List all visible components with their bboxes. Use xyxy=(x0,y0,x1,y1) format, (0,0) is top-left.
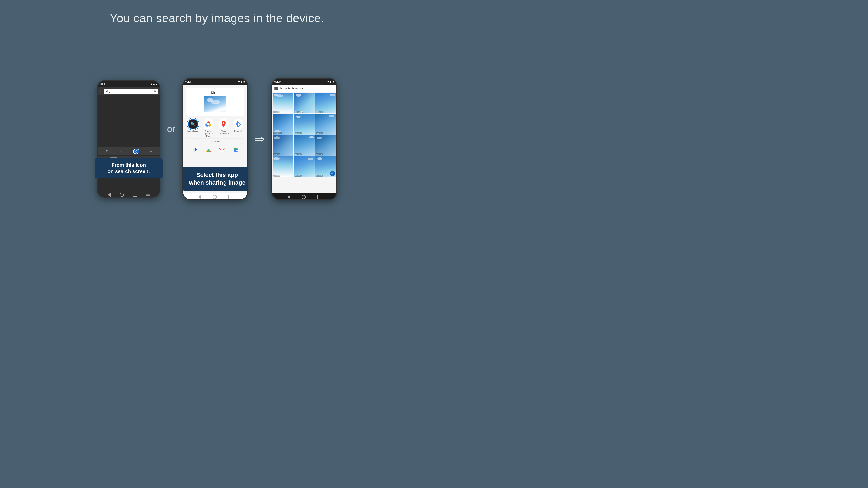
phone1-keyboard-nav[interactable]: ⌨ xyxy=(146,193,150,196)
result-search-btn-12[interactable]: 🔍 xyxy=(330,171,335,176)
phone1-search-bar[interactable]: sky ✕ xyxy=(104,89,158,94)
connector-or: or xyxy=(167,124,176,136)
phone2-apps-row2 xyxy=(184,144,246,156)
phone2-wrapper: 00:00 ▼▲ ■ Share xyxy=(182,78,248,200)
phone2-share-dialog: Share xyxy=(186,88,244,116)
share-app-bluetooth[interactable]: Bluetooth xyxy=(233,119,243,137)
phone3-status-icons: ▼▲ ■ xyxy=(327,80,334,83)
imagesearch-label: ImageSearch xyxy=(187,130,199,132)
result-size-10: 800x534 xyxy=(273,175,280,177)
maps-icon xyxy=(218,119,229,129)
arrow-right-icon: ⇒ xyxy=(255,132,265,146)
phone1-bottom-bar: ⌨ xyxy=(98,191,160,198)
result-item-9[interactable]: 322x200 xyxy=(315,135,336,156)
result-item-7[interactable]: 600x600 xyxy=(273,135,293,156)
phone3-results-header: beautiful blue sky xyxy=(272,85,336,92)
phone2-recent-nav[interactable] xyxy=(228,195,232,199)
bluetooth-label: Bluetooth xyxy=(234,130,242,132)
result-item-6[interactable]: 910x607 xyxy=(315,114,336,135)
phone1-content-area xyxy=(98,95,160,147)
connector-arrow: ⇒ xyxy=(255,132,265,146)
phone2-back-nav[interactable] xyxy=(198,195,202,199)
result-size-11: 450x300 xyxy=(294,175,302,177)
result-item-12[interactable]: 601x300 🔍 xyxy=(315,156,336,177)
phone2-status-icons: ▼▲ ■ xyxy=(238,80,245,83)
phone1-recent-nav[interactable] xyxy=(133,193,137,197)
keyboard-trend-btn[interactable]: 〰 xyxy=(118,149,124,154)
phone3-shell: 00:00 ▼▲ ■ beautiful blue sky xyxy=(272,78,337,200)
result-size-1: 612x408 xyxy=(273,111,280,113)
keyboard-image-search-btn[interactable]: ⬡ xyxy=(133,149,140,154)
phone1-status-icons: ▼▲ ■ xyxy=(150,83,157,86)
phone1-search-header: ← sky ✕ xyxy=(98,87,160,95)
phone2-bottom-bar xyxy=(183,193,247,200)
content-area: 00:00 ▼▲ ■ ← sky ✕ 🎤 〰 xyxy=(0,34,434,244)
result-item-2[interactable]: 2000x1217 xyxy=(294,93,315,113)
result-size-8: 322x200 xyxy=(294,153,302,156)
result-size-6: 910x607 xyxy=(316,132,323,134)
phone3-bottom-bar xyxy=(272,193,336,200)
phone3-back-nav[interactable] xyxy=(287,195,290,199)
phone1-wrapper: 00:00 ▼▲ ■ ← sky ✕ 🎤 〰 xyxy=(97,80,160,198)
result-item-10[interactable]: 800x534 xyxy=(273,156,293,177)
keyboard-mic-btn[interactable]: 🎤 xyxy=(103,149,110,154)
hamburger-icon[interactable] xyxy=(274,87,278,90)
phone2-share-title: Share xyxy=(188,90,242,96)
photos-icon xyxy=(203,119,213,129)
phone2-shell: 00:00 ▼▲ ■ Share xyxy=(182,78,248,200)
phone3-recent-nav[interactable] xyxy=(317,195,321,199)
app2-google[interactable] xyxy=(231,146,240,154)
phone2-share-apps-row: 🔍 ImageSearch xyxy=(184,118,246,138)
app2-drive[interactable] xyxy=(204,146,213,154)
keyboard-copy-btn[interactable]: ⧉ xyxy=(148,149,154,154)
phone3-results-title: beautiful blue sky xyxy=(280,87,303,90)
phone1-keyboard-toolbar: 🎤 〰 ⬡ ⧉ xyxy=(98,147,160,156)
photos-label: PhotosUpload to Ph... xyxy=(202,130,214,137)
phone1-clear-button[interactable]: ✕ xyxy=(154,90,156,93)
phone2-apps-list-label: Apps list xyxy=(186,138,244,144)
app2-bluetooth[interactable] xyxy=(191,146,199,154)
phone3-home-nav[interactable] xyxy=(302,195,306,199)
phone2-home-nav[interactable] xyxy=(213,195,217,199)
page-title: You can search by images in the device. xyxy=(110,11,324,25)
result-item-1[interactable]: 612x408 xyxy=(273,93,293,113)
phone2-tooltip-line1: Select this app xyxy=(196,171,238,178)
phone3-status-time: 00:00 xyxy=(274,80,281,83)
phone2-tooltip-line2: when sharing image xyxy=(189,179,246,186)
share-app-photos[interactable]: PhotosUpload to Ph... xyxy=(202,119,214,137)
back-arrow-icon[interactable]: ← xyxy=(99,89,103,93)
phone3-results-grid: 612x408 2000x1217 800x451 xyxy=(272,92,336,177)
result-size-2: 2000x1217 xyxy=(294,111,303,113)
app2-gmail[interactable] xyxy=(218,146,226,154)
phone1-shell: 00:00 ▼▲ ■ ← sky ✕ 🎤 〰 xyxy=(97,80,160,198)
phone2-image-preview xyxy=(204,96,226,112)
phone3-screen: beautiful blue sky 612x408 xyxy=(272,85,336,193)
phone1-home-nav[interactable] xyxy=(120,193,124,197)
phone1-back-nav[interactable] xyxy=(107,193,111,197)
result-size-3: 800x451 xyxy=(316,111,323,113)
imagesearch-icon: 🔍 xyxy=(188,119,198,129)
phone2-status-bar: 00:00 ▼▲ ■ xyxy=(183,78,247,85)
share-app-maps[interactable]: MapsAdd to Maps xyxy=(218,119,229,137)
result-size-5: 508x339 xyxy=(294,132,302,134)
result-item-3[interactable]: 800x451 xyxy=(315,93,336,113)
phone1-status-bar: 00:00 ▼▲ ■ xyxy=(98,81,160,87)
result-item-4[interactable]: 1500x1125 xyxy=(273,114,293,135)
phone3-status-bar: 00:00 ▼▲ ■ xyxy=(272,78,336,85)
phone1-status-time: 00:00 xyxy=(100,83,106,86)
phone2-status-time: 00:00 xyxy=(185,80,192,83)
maps-label: MapsAdd to Maps xyxy=(218,130,229,135)
svg-point-3 xyxy=(207,123,209,125)
phone1-search-text: sky xyxy=(106,90,110,93)
share-app-imagesearch[interactable]: 🔍 ImageSearch xyxy=(187,119,199,137)
result-item-11[interactable]: 450x300 xyxy=(294,156,315,177)
result-item-5[interactable]: 508x339 xyxy=(294,114,315,135)
svg-rect-5 xyxy=(237,121,238,127)
result-item-8[interactable]: 322x200 xyxy=(294,135,315,156)
phone1-tooltip-line1: From this icon xyxy=(112,162,146,168)
svg-point-4 xyxy=(223,122,224,124)
phone2-tooltip: Select this app when sharing image xyxy=(183,167,247,191)
phone3-wrapper: 00:00 ▼▲ ■ beautiful blue sky xyxy=(272,78,337,200)
result-size-7: 600x600 xyxy=(273,153,280,156)
result-size-12: 601x300 xyxy=(316,175,323,177)
